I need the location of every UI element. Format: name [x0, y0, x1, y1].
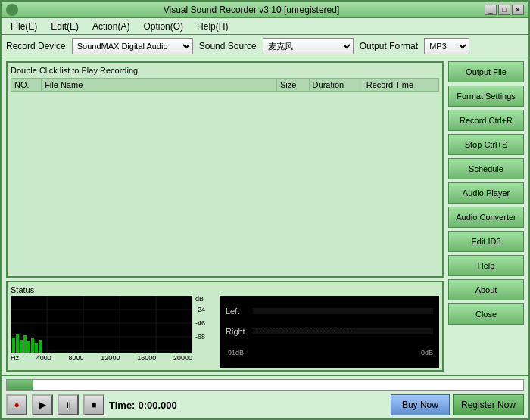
time-value: 0:00.000	[138, 400, 176, 411]
spectrum-area: dB -24 -46 -68 Hz 4000 8000 12000 16000	[11, 296, 215, 364]
svg-rect-12	[27, 341, 30, 353]
left-level-bar	[253, 308, 433, 314]
play-icon: ▶	[39, 400, 46, 410]
record-device-label: Record Device	[6, 41, 66, 51]
main-window: Visual Sound Recorder v3.10 [unregistere…	[0, 0, 530, 420]
action-buttons: Buy Now Register Now	[391, 394, 524, 415]
output-file-button[interactable]: Output File	[448, 61, 524, 82]
right-level-bar: · · · · · · · · · · · · · · · · · · · · …	[253, 328, 433, 334]
hz-label-20000: 20000	[173, 354, 192, 362]
db-label-46: -46	[195, 320, 205, 327]
pause-icon: ⏸	[64, 400, 73, 409]
left-panel: Double Click list to Play Recording NO. …	[6, 61, 444, 372]
record-icon: ●	[14, 400, 19, 410]
format-settings-button[interactable]: Format Settings	[448, 86, 524, 107]
recording-list-title: Double Click list to Play Recording	[11, 66, 439, 75]
menu-bar: File(E) Edit(E) Action(A) Option(O) Help…	[2, 18, 528, 35]
menu-action[interactable]: Action(A)	[86, 20, 136, 33]
max-db-label: 0dB	[421, 349, 433, 356]
register-now-button[interactable]: Register Now	[453, 394, 524, 415]
window-title: Visual Sound Recorder v3.10 [unregistere…	[18, 5, 485, 15]
col-duration: Duration	[309, 79, 363, 92]
level-scale: -91dB 0dB	[226, 347, 433, 358]
status-title: Status	[11, 285, 439, 294]
col-size: Size	[276, 79, 309, 92]
time-label: Time:	[109, 400, 135, 411]
toolbar: Record Device SoundMAX Digital AudioReal…	[2, 35, 528, 58]
audio-converter-button[interactable]: Audio Converter	[448, 207, 524, 228]
sound-source-select[interactable]: 麦克风立体声混音线路输入	[263, 38, 354, 54]
stop-ctrl-button[interactable]: ■	[83, 394, 104, 415]
col-no: NO.	[11, 79, 42, 92]
status-inner: dB -24 -46 -68 Hz 4000 8000 12000 16000	[11, 296, 439, 368]
menu-file[interactable]: File(E)	[5, 20, 43, 33]
app-icon	[6, 4, 18, 16]
bottom-bar: ● ▶ ⏸ ■ Time: 0:00.000 Buy Now Register …	[2, 375, 528, 418]
menu-option[interactable]: Option(O)	[137, 20, 189, 33]
stop-button[interactable]: Stop Ctrl+S	[448, 134, 524, 155]
maximize-button[interactable]: □	[498, 5, 510, 15]
svg-rect-10	[20, 340, 23, 353]
sound-source-label: Sound Source	[199, 41, 257, 51]
output-format-select[interactable]: MP3WAVWMAOGG	[424, 38, 469, 54]
title-bar-controls: _ □ ✕	[485, 5, 524, 15]
status-section: Status	[6, 281, 444, 372]
title-bar: Visual Sound Recorder v3.10 [unregistere…	[2, 2, 528, 18]
hz-label-8000: 8000	[69, 354, 84, 362]
col-filename: File Name	[42, 79, 277, 92]
stop-icon: ■	[92, 400, 97, 409]
hz-labels: Hz 4000 8000 12000 16000 20000	[11, 354, 192, 362]
left-level-row: Left	[226, 306, 433, 316]
record-button[interactable]: Record Ctrl+R	[448, 110, 524, 131]
svg-rect-9	[16, 334, 19, 353]
time-display: Time: 0:00.000	[109, 400, 386, 411]
about-button[interactable]: About	[448, 279, 524, 300]
svg-rect-14	[35, 343, 38, 353]
help-button[interactable]: Help	[448, 255, 524, 276]
schedule-button[interactable]: Schedule	[448, 158, 524, 179]
menu-edit[interactable]: Edit(E)	[45, 20, 85, 33]
pause-ctrl-button[interactable]: ⏸	[58, 394, 79, 415]
level-meter: Left Right · · · · · · · · · · · · · · ·…	[220, 296, 439, 368]
hz-label-0: Hz	[11, 354, 19, 362]
right-level-row: Right · · · · · · · · · · · · · · · · · …	[226, 327, 433, 336]
audio-player-button[interactable]: Audio Player	[448, 182, 524, 204]
recording-list-container: Double Click list to Play Recording NO. …	[6, 61, 444, 278]
svg-rect-15	[39, 340, 42, 353]
hz-label-4000: 4000	[36, 354, 51, 362]
record-device-select[interactable]: SoundMAX Digital AudioRealtek AudioDefau…	[72, 38, 193, 54]
buy-now-button[interactable]: Buy Now	[391, 394, 450, 415]
left-dots	[253, 308, 433, 314]
svg-rect-11	[23, 335, 26, 353]
controls-row: ● ▶ ⏸ ■ Time: 0:00.000 Buy Now Register …	[6, 394, 524, 415]
db-label-68: -68	[195, 334, 205, 341]
svg-rect-8	[12, 338, 15, 353]
svg-rect-13	[31, 338, 34, 353]
hz-label-12000: 12000	[101, 354, 120, 362]
db-label-24: -24	[195, 306, 205, 313]
right-panel: Output File Format Settings Record Ctrl+…	[448, 61, 524, 372]
progress-bar-container[interactable]	[6, 379, 524, 391]
edit-id3-button[interactable]: Edit ID3	[448, 231, 524, 252]
progress-bar	[7, 380, 33, 390]
col-record-time: Record Time	[363, 79, 438, 92]
recording-table: NO. File Name Size Duration Record Time	[11, 78, 439, 228]
spectrum-svg	[11, 296, 192, 353]
recording-list-body	[11, 92, 439, 228]
min-db-label: -91dB	[226, 349, 244, 356]
minimize-button[interactable]: _	[485, 5, 497, 15]
close-window-button[interactable]: ✕	[512, 5, 524, 15]
hz-label-16000: 16000	[137, 354, 156, 362]
output-format-label: Output Format	[360, 41, 418, 51]
left-label: Left	[226, 306, 248, 316]
play-ctrl-button[interactable]: ▶	[32, 394, 53, 415]
menu-help[interactable]: Help(H)	[191, 20, 234, 33]
record-ctrl-button[interactable]: ●	[6, 394, 27, 415]
close-button[interactable]: Close	[448, 303, 524, 325]
main-content: Double Click list to Play Recording NO. …	[2, 58, 528, 375]
right-label: Right	[226, 327, 248, 336]
